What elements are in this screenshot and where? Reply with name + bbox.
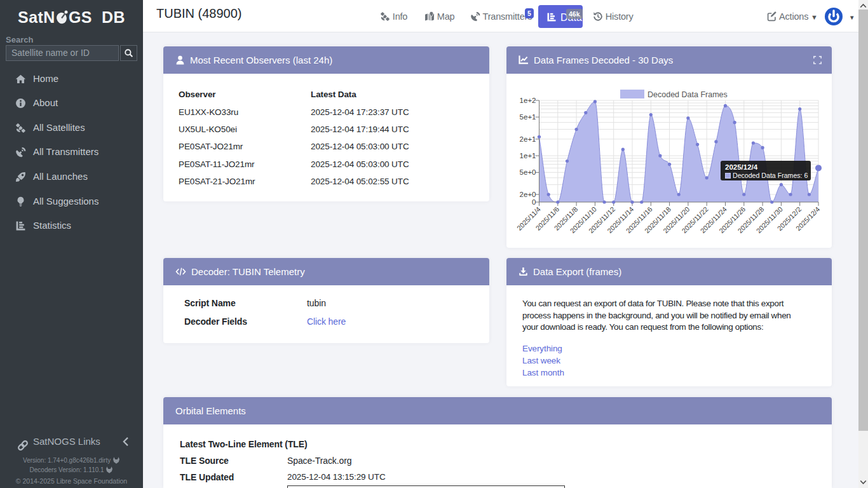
svg-text:1e+1: 1e+1 xyxy=(520,152,536,159)
svg-text:Decoded Data Frames: Decoded Data Frames xyxy=(648,90,728,99)
svg-text:2e+1: 2e+1 xyxy=(520,135,536,143)
svg-text:5e+1: 5e+1 xyxy=(520,113,536,121)
svg-text:5e+0: 5e+0 xyxy=(520,168,536,176)
svg-text:0: 0 xyxy=(532,198,536,206)
svg-text:1e+2: 1e+2 xyxy=(520,97,536,104)
svg-text:2e+0: 2e+0 xyxy=(520,191,536,198)
